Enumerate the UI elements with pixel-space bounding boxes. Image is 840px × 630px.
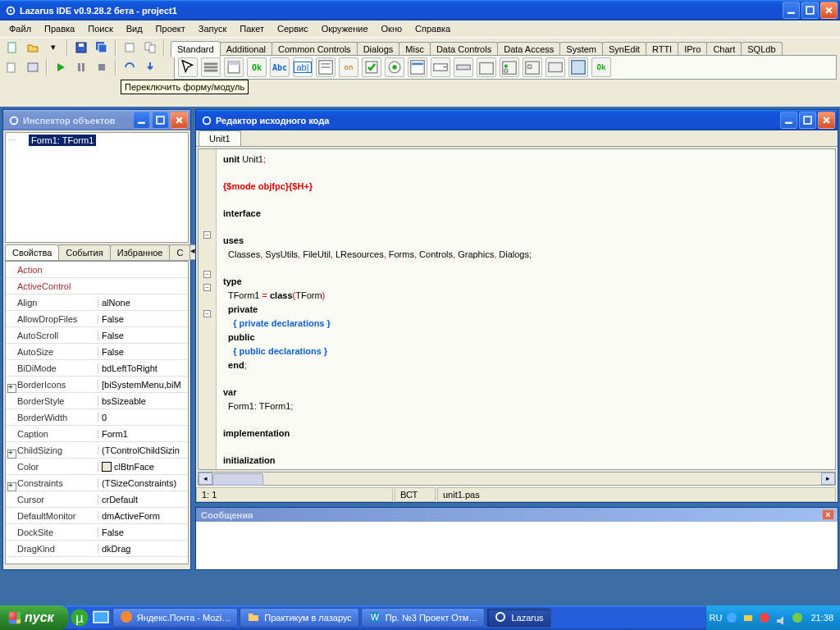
step-into-icon[interactable]	[141, 58, 159, 76]
edit-icon[interactable]: ab|	[293, 57, 313, 77]
actionlist-icon[interactable]: Ok	[591, 57, 611, 77]
property-value[interactable]: bsSizeable	[98, 396, 188, 406]
pause-icon[interactable]	[72, 58, 90, 76]
source-code[interactable]: unit Unit1; {$mode objfpc}{$H+} interfac…	[199, 149, 835, 470]
tray-icon[interactable]	[774, 611, 788, 624]
new-unit-icon[interactable]	[3, 39, 21, 57]
view-units-icon[interactable]	[3, 58, 21, 76]
property-row[interactable]: BorderStylebsSizeable	[6, 393, 188, 409]
fold-icon[interactable]: −	[203, 231, 211, 239]
menu-run[interactable]: Запуск	[193, 22, 232, 35]
horizontal-scrollbar[interactable]: ◂ ▸	[198, 472, 836, 486]
tray-icon[interactable]	[742, 611, 755, 624]
togglebox-icon[interactable]: on	[339, 57, 358, 77]
radiobutton-icon[interactable]	[385, 57, 404, 77]
property-grid[interactable]: ActionActiveControlAlignalNoneAllowDropF…	[5, 261, 189, 564]
scroll-right-icon[interactable]: ▸	[821, 472, 835, 485]
minimize-button[interactable]	[783, 2, 800, 19]
menu-project[interactable]: Проект	[150, 22, 191, 35]
menu-edit[interactable]: Правка	[39, 22, 80, 35]
dropdown-icon[interactable]: ▾	[44, 39, 62, 57]
component-tree[interactable]: ⋯ Form1: TForm1	[5, 132, 189, 243]
property-value[interactable]: alNone	[98, 298, 188, 308]
mainmenu-icon[interactable]	[201, 57, 221, 77]
quicklaunch-desktop-icon[interactable]	[91, 608, 111, 628]
property-row[interactable]: ActiveControl	[6, 278, 188, 294]
tab-ipro[interactable]: IPro	[678, 42, 707, 57]
messages-titlebar[interactable]: Сообщения ×	[196, 508, 838, 522]
tab-system[interactable]: System	[559, 42, 603, 57]
property-value[interactable]: False	[98, 331, 188, 340]
popupmenu-icon[interactable]	[224, 57, 244, 77]
property-row[interactable]: CaptionForm1	[6, 426, 188, 442]
save-icon[interactable]	[72, 39, 90, 57]
menu-window[interactable]: Окно	[376, 22, 409, 35]
new-form-icon[interactable]	[121, 39, 139, 57]
property-value[interactable]: bdLeftToRight	[98, 363, 188, 373]
tray-icon[interactable]	[758, 611, 771, 624]
checkgroup-icon[interactable]	[523, 57, 542, 77]
tab-extra[interactable]: С	[169, 244, 190, 260]
property-value[interactable]: dmActiveForm	[98, 511, 188, 521]
menu-help[interactable]: Справка	[409, 22, 456, 35]
taskbar-button[interactable]: Lazarus	[486, 608, 550, 628]
property-value[interactable]: (TControlChildSizin	[98, 445, 188, 455]
frame-icon[interactable]	[568, 57, 588, 77]
fold-icon[interactable]: −	[203, 271, 211, 278]
tab-synedit[interactable]: SynEdit	[602, 42, 646, 57]
menu-package[interactable]: Пакет	[234, 22, 270, 35]
editor-titlebar[interactable]: Редактор исходного кода	[196, 110, 838, 130]
property-row[interactable]: BorderIcons[biSystemMenu,biM	[6, 377, 188, 393]
tab-rtti[interactable]: RTTI	[646, 42, 678, 57]
property-row[interactable]: AutoSizeFalse	[6, 344, 188, 360]
property-value[interactable]: False	[98, 347, 188, 357]
property-row[interactable]: ColorclBtnFace	[6, 459, 188, 475]
view-forms-icon[interactable]	[24, 58, 42, 76]
quicklaunch-utorrent-icon[interactable]: µ	[70, 608, 89, 628]
tab-common-controls[interactable]: Common Controls	[272, 42, 358, 57]
groupbox-icon[interactable]	[477, 57, 496, 77]
tab-dialogs[interactable]: Dialogs	[357, 42, 400, 57]
menu-view[interactable]: Вид	[121, 22, 148, 35]
property-value[interactable]: crDefault	[98, 495, 188, 504]
tab-favorites[interactable]: Избранное	[110, 244, 171, 260]
button-icon[interactable]: Ok	[247, 57, 267, 77]
stop-icon[interactable]	[93, 58, 111, 76]
tab-additional[interactable]: Additional	[220, 42, 272, 57]
inspector-titlebar[interactable]: Инспектор объектов	[3, 110, 190, 130]
property-row[interactable]: ChildSizing(TControlChildSizin	[6, 442, 188, 459]
memo-icon[interactable]	[316, 57, 336, 77]
code-editor[interactable]: − − − − unit Unit1; {$mode objfpc}{$H+} …	[198, 148, 836, 470]
listbox-icon[interactable]	[408, 57, 427, 77]
maximize-button[interactable]	[152, 112, 169, 129]
step-over-icon[interactable]	[121, 58, 139, 76]
property-row[interactable]: DragKinddkDrag	[6, 541, 188, 557]
radiogroup-icon[interactable]	[500, 57, 519, 77]
minimize-button[interactable]	[780, 112, 797, 129]
maximize-button[interactable]	[799, 112, 816, 129]
property-value[interactable]: dkDrag	[98, 544, 188, 554]
menu-search[interactable]: Поиск	[82, 22, 118, 35]
tray-icon[interactable]	[791, 611, 804, 624]
menu-environment[interactable]: Окружение	[316, 22, 374, 35]
checkbox-icon[interactable]	[362, 57, 381, 77]
open-icon[interactable]	[24, 39, 42, 57]
tab-properties[interactable]: Свойства	[5, 244, 59, 260]
property-row[interactable]: AutoScrollFalse	[6, 327, 188, 344]
close-button[interactable]: ×	[822, 509, 834, 520]
property-row[interactable]: BiDiModebdLeftToRight	[6, 360, 188, 377]
label-icon[interactable]: Abc	[270, 57, 290, 77]
property-row[interactable]: Constraints(TSizeConstraints)	[6, 475, 188, 491]
taskbar-button[interactable]: Яндекс.Почта - Mozi…	[112, 608, 239, 628]
panel-icon[interactable]	[546, 57, 565, 77]
taskbar-button[interactable]: WПр. №3 Проект Отм…	[361, 608, 486, 628]
main-titlebar[interactable]: Lazarus IDE v0.9.28.2 бета - project1	[0, 0, 840, 21]
tab-events[interactable]: События	[58, 244, 110, 260]
file-tab-unit1[interactable]: Unit1	[199, 130, 241, 146]
maximize-button[interactable]	[801, 2, 819, 19]
property-value[interactable]: Form1	[98, 429, 188, 439]
property-row[interactable]: DockSiteFalse	[6, 524, 188, 541]
tree-item-form1[interactable]: Form1: TForm1	[29, 135, 96, 146]
property-value[interactable]: [biSystemMenu,biM	[98, 380, 188, 390]
property-row[interactable]: CursorcrDefault	[6, 491, 188, 508]
